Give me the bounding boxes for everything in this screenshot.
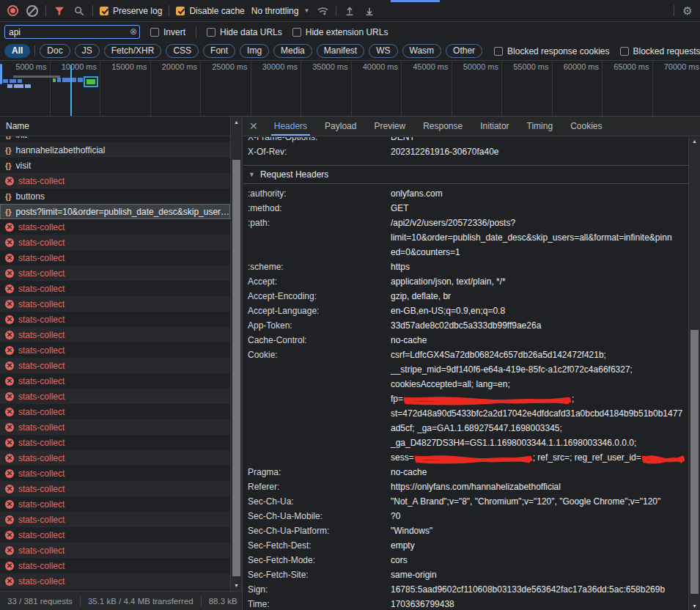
- request-row[interactable]: ✕stats-collect: [0, 327, 230, 342]
- section-title: Request Headers: [260, 169, 328, 180]
- request-name: stats-collect: [18, 330, 65, 340]
- tab-response[interactable]: Response: [414, 117, 471, 136]
- request-row[interactable]: ✕stats-collect: [0, 419, 230, 435]
- request-list-scrollbar[interactable]: ▲ ▼: [230, 117, 242, 591]
- type-chip-wasm[interactable]: Wasm: [402, 44, 442, 58]
- request-row[interactable]: ✕stats-collect: [0, 466, 230, 481]
- name-column-header[interactable]: Name: [0, 117, 242, 136]
- timeline-handle[interactable]: [0, 64, 2, 84]
- network-overview-timeline[interactable]: 5000 ms10000 ms15000 ms20000 ms25000 ms3…: [0, 61, 700, 117]
- header-value-text: csrf=LdfcGX4Sa72db06824c657db26a5d142472…: [391, 350, 606, 360]
- type-chip-font[interactable]: Font: [203, 44, 235, 58]
- request-row[interactable]: ✕stats-collect: [0, 312, 230, 327]
- request-row[interactable]: ✕stats-collect: [0, 342, 230, 358]
- request-row[interactable]: ✕stats-collect: [0, 404, 230, 419]
- request-row[interactable]: ✕stats-collect: [0, 250, 230, 265]
- request-row[interactable]: ✕stats-collect: [0, 573, 230, 589]
- blocked-requests-checkbox[interactable]: Blocked requests: [620, 46, 700, 56]
- tab-headers[interactable]: Headers: [265, 117, 316, 136]
- import-har-icon[interactable]: [343, 4, 356, 18]
- type-chip-fetch-xhr[interactable]: Fetch/XHR: [104, 44, 162, 58]
- request-row[interactable]: ✕stats-collect: [0, 296, 230, 312]
- request-row[interactable]: ✕stats-collect: [0, 173, 230, 188]
- request-row[interactable]: {}posts?limit=10&order=publish_date_desc…: [0, 204, 230, 219]
- type-chip-img[interactable]: Img: [240, 44, 269, 58]
- header-row: App-Token:33d57ade8c02dbc5a333db99ff9ae2…: [243, 318, 689, 333]
- preserve-log-label: Preserve log: [113, 6, 162, 16]
- request-row[interactable]: ✕stats-collect: [0, 265, 230, 281]
- tab-initiator[interactable]: Initiator: [471, 117, 517, 136]
- request-row[interactable]: ✕stats-collect: [0, 496, 230, 512]
- type-chip-doc[interactable]: Doc: [40, 44, 70, 58]
- request-row[interactable]: ✕stats-collect: [0, 543, 230, 558]
- clear-icon[interactable]: [26, 4, 39, 18]
- tab-cookies[interactable]: Cookies: [561, 117, 611, 136]
- filter-icon[interactable]: [53, 4, 66, 18]
- scroll-down-icon[interactable]: ▼: [689, 603, 700, 609]
- header-value: no-cache: [391, 333, 427, 348]
- clear-filter-icon[interactable]: ⊗: [130, 27, 137, 36]
- request-row[interactable]: ✕stats-collect: [0, 558, 230, 573]
- hide-extension-urls-checkbox[interactable]: Hide extension URLs: [292, 27, 388, 37]
- filter-input[interactable]: [4, 25, 140, 39]
- tab-timing[interactable]: Timing: [518, 117, 562, 136]
- type-chip-all[interactable]: All: [4, 44, 30, 58]
- network-conditions-icon[interactable]: [316, 4, 329, 18]
- request-headers-section[interactable]: ▼ Request Headers: [243, 165, 689, 184]
- record-icon[interactable]: [6, 4, 19, 18]
- request-row[interactable]: {}init: [0, 136, 230, 142]
- request-name: stats-collect: [18, 576, 65, 587]
- header-value: "Windows": [391, 523, 432, 538]
- type-chip-manifest[interactable]: Manifest: [317, 44, 364, 58]
- type-chip-ws[interactable]: WS: [369, 44, 397, 58]
- header-name: Pragma:: [248, 465, 391, 479]
- request-row[interactable]: {}hannahelizabethofficial: [0, 142, 230, 158]
- error-icon: ✕: [5, 500, 14, 509]
- scrollbar-thumb[interactable]: [690, 330, 699, 594]
- tab-preview[interactable]: Preview: [365, 117, 414, 136]
- request-row[interactable]: ✕stats-collect: [0, 389, 230, 404]
- hide-data-urls-checkbox[interactable]: Hide data URLs: [207, 27, 282, 37]
- request-name: stats-collect: [18, 392, 65, 402]
- disable-cache-checkbox[interactable]: Disable cache: [176, 6, 244, 16]
- type-chip-css[interactable]: CSS: [166, 44, 199, 58]
- preserve-log-checkbox[interactable]: Preserve log: [100, 6, 162, 16]
- request-name: stats-collect: [18, 253, 65, 263]
- header-name: Sec-Ch-Ua-Mobile:: [248, 509, 391, 523]
- scroll-up-icon[interactable]: ▲: [689, 139, 700, 144]
- chevron-down-icon: ▼: [303, 7, 309, 14]
- tab-payload[interactable]: Payload: [316, 117, 365, 136]
- request-row[interactable]: ✕stats-collect: [0, 450, 230, 466]
- invert-checkbox[interactable]: Invert: [150, 27, 185, 37]
- request-row[interactable]: ✕stats-collect: [0, 481, 230, 496]
- blocked-response-cookies-checkbox[interactable]: Blocked response cookies: [494, 46, 609, 56]
- type-chip-other[interactable]: Other: [446, 44, 482, 58]
- request-row[interactable]: ✕stats-collect: [0, 358, 230, 373]
- header-value: 1703636799438: [391, 597, 454, 610]
- header-value-text: cookiesAccepted=all; lang=en;: [391, 379, 510, 389]
- request-row[interactable]: ✕stats-collect: [0, 373, 230, 389]
- request-row[interactable]: ✕stats-collect: [0, 435, 230, 450]
- details-scrollbar[interactable]: ▲ ▼: [688, 137, 700, 610]
- type-chip-js[interactable]: JS: [75, 44, 100, 58]
- throttling-select[interactable]: No throttling ▼: [251, 6, 310, 16]
- settings-gear-icon[interactable]: ⚙: [681, 4, 694, 18]
- request-row[interactable]: ✕stats-collect: [0, 512, 230, 527]
- scroll-down-icon[interactable]: ▼: [231, 583, 242, 588]
- scrollbar-thumb[interactable]: [232, 160, 240, 576]
- request-row[interactable]: {}visit: [0, 158, 230, 173]
- request-row[interactable]: ✕stats-collect: [0, 219, 230, 235]
- close-icon[interactable]: ✕: [243, 120, 265, 132]
- request-row[interactable]: ✕stats-collect: [0, 235, 230, 250]
- request-row[interactable]: ✕stats-collect: [0, 281, 230, 296]
- request-name: stats-collect: [18, 561, 65, 571]
- search-icon[interactable]: [73, 4, 86, 18]
- request-row[interactable]: {}buttons: [0, 188, 230, 204]
- export-har-icon[interactable]: [363, 4, 376, 18]
- scroll-up-icon[interactable]: ▲: [231, 120, 242, 125]
- header-value: cors: [391, 553, 408, 567]
- checkbox-icon: [292, 28, 301, 37]
- header-value-text: fp=: [391, 394, 403, 404]
- request-row[interactable]: ✕stats-collect: [0, 527, 230, 543]
- type-chip-media[interactable]: Media: [273, 44, 312, 58]
